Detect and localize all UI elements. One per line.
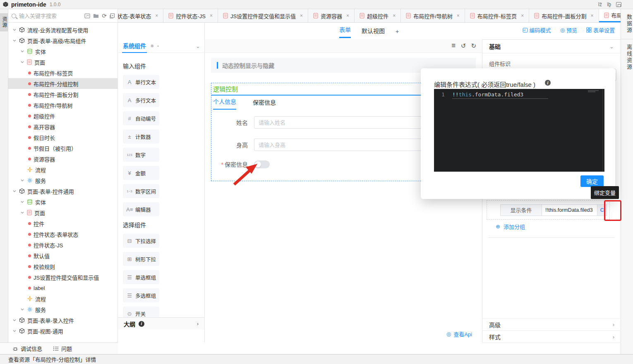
secret-toggle[interactable] [254, 160, 270, 168]
palette-item[interactable]: 1~3数字区间 [123, 184, 159, 198]
tree-item[interactable]: 控件状态-JS [8, 239, 117, 250]
tree-item[interactable]: 布局控件-分组控制 [8, 78, 117, 89]
palette-item[interactable]: A单行文本 [123, 75, 159, 89]
sort-az-icon[interactable]: îẑ [598, 2, 602, 7]
save-icon[interactable] [616, 2, 621, 7]
section-advanced[interactable]: 高级› [482, 318, 621, 330]
tree-item[interactable]: 服务 [8, 175, 117, 186]
tree-item[interactable]: 服务 [8, 304, 117, 315]
close-icon[interactable]: × [300, 13, 303, 19]
tree-item[interactable]: 页面-表单-录入控件 [8, 315, 117, 326]
tab-default-view[interactable]: 默认视图 [362, 26, 385, 38]
tree-item[interactable]: 节假日（被引用） [8, 143, 117, 153]
tree-item[interactable]: 布局控件/导航树 [8, 100, 117, 110]
editor-scrollbar[interactable] [602, 89, 603, 172]
expand-chevron-icon[interactable] [20, 307, 24, 311]
problems-button[interactable]: 问题 [53, 345, 72, 352]
tree-item[interactable]: 流程 [8, 293, 117, 304]
editor-tab[interactable]: 控件状态-表单状态× [118, 9, 163, 22]
redo-icon[interactable]: ↻ [471, 42, 476, 50]
tree-item[interactable]: JS设置控件提交值和显示值 [8, 272, 117, 283]
folder-icon[interactable] [93, 13, 99, 18]
add-group-link[interactable]: ⊕ 添加分组 [496, 223, 525, 230]
close-icon[interactable]: × [210, 13, 213, 19]
close-icon[interactable]: × [155, 13, 158, 19]
expand-chevron-icon[interactable] [12, 38, 17, 43]
tree-item[interactable]: 控件状态-表单状态 [8, 229, 117, 239]
tab-system-components[interactable]: 系统组件 [122, 39, 147, 53]
expand-chevron-icon[interactable] [12, 189, 17, 193]
chevron-right-icon[interactable]: › [197, 321, 199, 327]
editor-tab[interactable]: 布局控件-分组控制× [599, 9, 621, 22]
tree-item[interactable]: 高开容器 [8, 121, 117, 132]
export-icon[interactable] [84, 13, 90, 19]
condition-code-button[interactable]: C [597, 204, 607, 216]
outline-list-icon[interactable]: ≣ [451, 42, 456, 50]
tree-item[interactable]: 页面-表单-控件通用 [8, 186, 117, 196]
expand-chevron-icon[interactable] [12, 318, 17, 322]
confirm-button[interactable]: 确定 [580, 175, 604, 187]
palette-item[interactable]: ±计数器 [123, 129, 159, 144]
expand-chevron-icon[interactable] [12, 329, 17, 333]
search-input[interactable] [19, 13, 65, 19]
expand-chevron-icon[interactable] [20, 60, 24, 64]
tab-form[interactable]: 表单 [339, 25, 351, 38]
code-editor[interactable]: 1 !!this.formData.filed3 [434, 89, 604, 172]
tree-item[interactable]: 超级控件 [8, 110, 117, 121]
add-view-button[interactable]: + [396, 28, 399, 38]
section-style[interactable]: 样式› [482, 330, 621, 343]
outline-bar[interactable]: 大纲 i › [118, 317, 204, 330]
tree-item[interactable]: 控件 [8, 218, 117, 229]
palette-item[interactable]: ☰单选框组 [123, 270, 159, 284]
preview-button[interactable]: ◎预览 [560, 26, 577, 34]
undo-icon[interactable]: ↺ [461, 42, 466, 50]
tree-item[interactable]: 默认值 [8, 250, 117, 261]
tree-item[interactable]: 页面-表单-高级/布局组件 [8, 35, 117, 46]
expand-chevron-icon[interactable] [20, 178, 24, 182]
sort-icon[interactable]: îḇ [607, 2, 611, 7]
palette-item[interactable]: A多行文本 [123, 93, 159, 107]
editor-tab[interactable]: 布局控件-标签页× [465, 9, 529, 22]
tree-item[interactable]: 布局控件-标签页 [8, 67, 117, 78]
tree-item[interactable]: 假日时长 [8, 132, 117, 143]
palette-item[interactable]: ⊞树形下拉 [123, 252, 159, 266]
inspector-header[interactable]: 基础 ⌄ [482, 40, 621, 53]
editor-tab[interactable]: JS设置控件提交值和显示值× [218, 9, 308, 22]
group-tab-secret[interactable]: 保密信息 [253, 98, 276, 110]
chevron-down-icon[interactable]: ⌄ [196, 43, 200, 49]
editor-tab[interactable]: 超级控件× [355, 9, 401, 22]
condition-input[interactable]: !!this.formData.filed3 [542, 204, 597, 216]
tree-item[interactable]: 流程-业务流程配置与使用 [8, 24, 117, 35]
rail-item-offline-resources[interactable]: 离线资源 [621, 39, 633, 76]
code-mode-button[interactable]: 编码模式 [523, 26, 551, 34]
tree-item[interactable]: 校验规则 [8, 261, 117, 272]
close-icon[interactable]: × [393, 13, 396, 19]
editor-tab[interactable]: 布局控件/导航树× [401, 9, 465, 22]
debug-info-button[interactable]: 调试信息 [12, 345, 42, 352]
editor-tab[interactable]: 控件状态-JS× [163, 9, 218, 22]
tree-item[interactable]: 页面 [8, 207, 117, 218]
editor-tab[interactable]: 资源容器× [308, 9, 355, 22]
tree-item[interactable]: 布局控件-面板分割 [8, 89, 117, 100]
expand-chevron-icon[interactable] [12, 28, 17, 32]
collapse-all-icon[interactable] [110, 13, 115, 19]
rail-item-datasource[interactable]: 数据源 [621, 9, 633, 39]
tree-item[interactable]: 页面 [8, 57, 117, 67]
palette-item[interactable]: ⊟下拉选择 [123, 234, 159, 248]
palette-item[interactable]: A≡编辑器 [123, 202, 159, 216]
close-icon[interactable]: × [346, 13, 349, 19]
tree-item[interactable]: 流程 [8, 164, 117, 175]
close-icon[interactable]: × [590, 13, 593, 19]
rail-item-resources[interactable]: 资源 [0, 13, 9, 31]
palette-item[interactable]: ¥金额 [123, 166, 159, 180]
form-settings-button[interactable]: 表单设置 [586, 26, 615, 34]
close-icon[interactable]: × [521, 13, 524, 19]
expand-chevron-icon[interactable] [20, 211, 24, 215]
palette-item[interactable]: ☰多选框组 [123, 288, 159, 302]
palette-item[interactable]: #自动编号 [123, 111, 159, 125]
tree-item[interactable]: 页面-视图-通用 [8, 326, 117, 336]
expand-chevron-icon[interactable] [20, 200, 24, 204]
editor-tab[interactable]: 布局控件-面板分割× [529, 9, 599, 22]
tree-item[interactable]: label [8, 283, 117, 293]
tree-item[interactable]: 资源容器 [8, 153, 117, 164]
